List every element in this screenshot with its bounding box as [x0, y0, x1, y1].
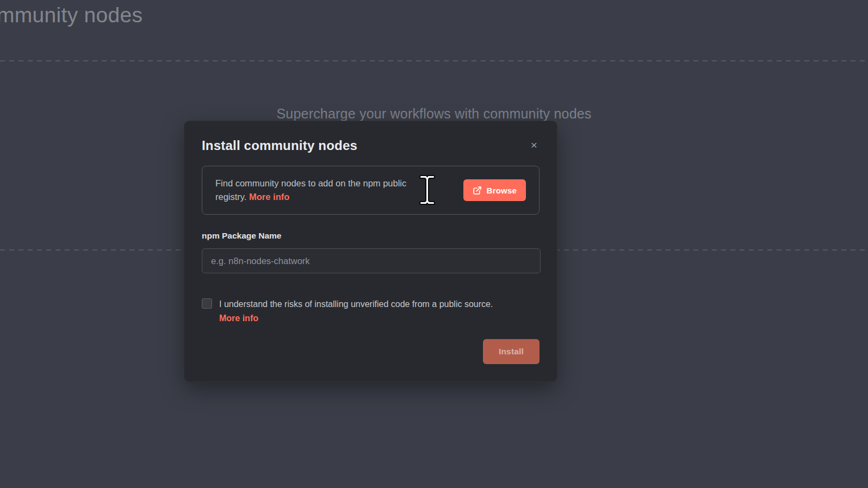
npm-registry-info-sentence: Find community nodes to add on the npm p…: [215, 178, 406, 202]
divider-dashed-top: [0, 60, 868, 61]
install-community-nodes-modal: Install community nodes × Find community…: [184, 121, 557, 382]
modal-header: Install community nodes ×: [202, 137, 540, 154]
community-nodes-tagline: Supercharge your workflows with communit…: [0, 106, 868, 122]
modal-title: Install community nodes: [202, 137, 357, 154]
external-link-icon: [473, 186, 482, 195]
browse-button[interactable]: Browse: [463, 179, 526, 201]
npm-registry-info-text: Find community nodes to add on the npm p…: [215, 177, 433, 204]
npm-registry-info-box: Find community nodes to add on the npm p…: [202, 166, 540, 215]
risk-checkbox-text: I understand the risks of installing unv…: [219, 297, 540, 311]
page-title-community-nodes: mmunity nodes: [0, 3, 142, 27]
risk-acknowledgement-row: I understand the risks of installing unv…: [202, 297, 540, 326]
risk-checkbox-label[interactable]: I understand the risks of installing unv…: [219, 297, 540, 326]
risk-more-info-link[interactable]: More info: [219, 314, 258, 323]
npm-package-name-label: npm Package Name: [202, 231, 540, 241]
registry-more-info-link[interactable]: More info: [249, 192, 289, 202]
install-button[interactable]: Install: [483, 339, 540, 364]
close-icon[interactable]: ×: [529, 138, 540, 152]
npm-package-name-input[interactable]: [202, 248, 541, 273]
risk-checkbox[interactable]: [202, 298, 212, 309]
browse-button-label: Browse: [487, 186, 517, 195]
